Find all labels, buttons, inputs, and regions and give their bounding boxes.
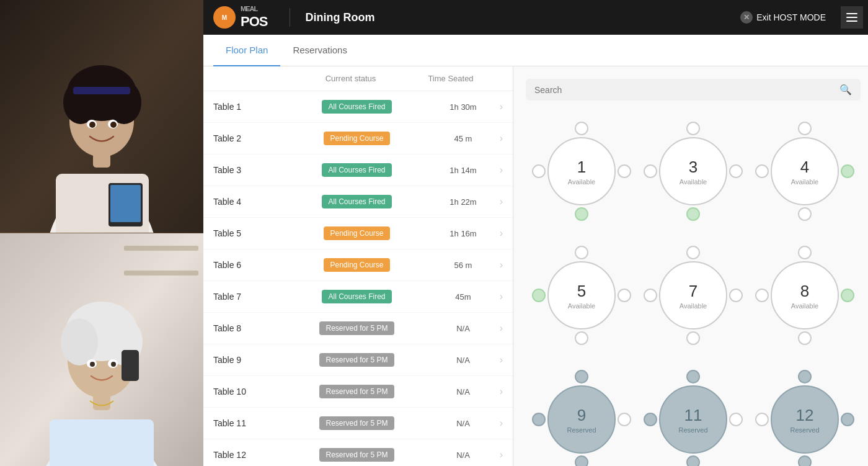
tab-floor-plan[interactable]: Floor Plan <box>213 35 280 66</box>
exit-icon: ✕ <box>740 11 753 24</box>
svg-point-26 <box>61 318 98 365</box>
seat-seat-left-3 <box>644 164 657 178</box>
seat-seat-right-9 <box>618 413 631 426</box>
seat-seat-right-5 <box>618 289 631 302</box>
time-col-2: 1h 14m <box>438 166 488 175</box>
table-row[interactable]: Table 3 All Courses Fired 1h 14m › <box>203 155 513 186</box>
table-name-0: Table 1 <box>213 102 275 112</box>
table-row[interactable]: Table 12 Reserved for 5 PM N/A › <box>203 439 513 466</box>
chevron-icon-4: › <box>488 228 503 239</box>
badge-4: Pending Course <box>324 226 389 240</box>
logo-text: MEAL POS <box>241 6 267 30</box>
table-status-12: Reserved <box>790 426 819 434</box>
seat-seat-right-11 <box>729 413 743 426</box>
tabbar: Floor Plan Reservations <box>203 35 868 66</box>
floor-table-3[interactable]: 3 Available <box>644 122 743 221</box>
table-num-11: 11 <box>684 406 702 425</box>
table-status-4: Available <box>791 178 818 186</box>
tables-grid: 1 Available 3 Available 4 Available 5 Av… <box>526 115 861 466</box>
seat-seat-top-9 <box>575 370 588 383</box>
search-input[interactable] <box>534 85 835 95</box>
badge-2: All Courses Fired <box>322 163 391 177</box>
table-rows-container: Table 1 All Courses Fired 1h 30m › Table… <box>203 91 513 466</box>
table-row[interactable]: Table 1 All Courses Fired 1h 30m › <box>203 91 513 123</box>
exit-host-label: Exit HOST MODE <box>756 12 826 22</box>
tab-reservations[interactable]: Reservations <box>280 35 360 66</box>
badge-1: Pending Course <box>324 132 389 145</box>
table-circle-3: 3 Available <box>659 137 727 205</box>
floor-table-5[interactable]: 5 Available <box>532 246 631 345</box>
table-num-5: 5 <box>577 282 586 301</box>
svg-rect-32 <box>122 350 139 381</box>
table-status-1: Available <box>568 178 595 186</box>
menu-button[interactable] <box>841 6 863 29</box>
chevron-icon-9: › <box>488 386 503 397</box>
seat-seat-right-8 <box>841 289 854 302</box>
menu-line-3 <box>846 20 857 22</box>
table-num-1: 1 <box>577 158 586 177</box>
time-col-10: N/A <box>438 419 488 428</box>
time-col-9: N/A <box>438 387 488 397</box>
time-col-8: N/A <box>438 356 488 365</box>
time-col-0: 1h 30m <box>438 102 488 112</box>
table-row[interactable]: Table 5 Pending Course 1h 16m › <box>203 218 513 249</box>
seat-seat-bottom-4 <box>798 207 812 221</box>
search-bar: 🔍 <box>526 79 861 101</box>
status-badge-7: Reserved for 5 PM <box>275 321 438 335</box>
table-row[interactable]: Table 6 Pending Course 56 m › <box>203 249 513 281</box>
status-badge-4: Pending Course <box>275 226 438 240</box>
chevron-icon-8: › <box>488 354 503 365</box>
seat-seat-left-4 <box>755 164 769 178</box>
floor-table-7[interactable]: 7 Available <box>644 246 743 345</box>
table-circle-12: 12 Reserved <box>771 385 839 454</box>
table-num-3: 3 <box>689 158 698 177</box>
table-row[interactable]: Table 4 All Courses Fired 1h 22m › <box>203 186 513 218</box>
time-col-1: 45 m <box>438 134 488 143</box>
seat-seat-right-12 <box>841 413 854 426</box>
seat-seat-top-11 <box>686 370 700 383</box>
header-col-time: Time Seated <box>414 74 488 83</box>
exit-host-button[interactable]: ✕ Exit HOST MODE <box>740 11 826 24</box>
seat-seat-right-3 <box>729 164 743 178</box>
table-row[interactable]: Table 10 Reserved for 5 PM N/A › <box>203 376 513 408</box>
logo-area: M MEAL POS <box>213 6 267 30</box>
menu-line-1 <box>846 13 857 14</box>
table-circle-8: 8 Available <box>771 261 839 329</box>
seat-seat-bottom-12 <box>798 455 812 466</box>
table-row[interactable]: Table 9 Reserved for 5 PM N/A › <box>203 344 513 376</box>
chevron-icon-1: › <box>488 133 503 144</box>
table-list: Current status Time Seated Table 1 All C… <box>203 66 513 466</box>
chevron-icon-6: › <box>488 291 503 302</box>
floor-table-9[interactable]: 9 Reserved <box>532 370 631 466</box>
floor-table-4[interactable]: 4 Available <box>755 122 854 221</box>
seat-seat-top-12 <box>798 370 812 383</box>
photo-panel <box>0 0 203 466</box>
table-row[interactable]: Table 8 Reserved for 5 PM N/A › <box>203 313 513 344</box>
table-name-1: Table 2 <box>213 133 275 143</box>
content-area: Current status Time Seated Table 1 All C… <box>203 66 868 466</box>
table-row[interactable]: Table 11 Reserved for 5 PM N/A › <box>203 408 513 439</box>
time-col-7: N/A <box>438 324 488 333</box>
table-row[interactable]: Table 7 All Courses Fired 45m › <box>203 281 513 313</box>
table-status-5: Available <box>568 302 595 310</box>
svg-point-13 <box>89 122 95 128</box>
badge-5: Pending Course <box>324 258 389 272</box>
topbar: M MEAL POS Dining Room ✕ Exit HOST MODE <box>203 0 868 35</box>
topbar-divider <box>290 8 290 27</box>
seat-seat-left-1 <box>532 164 546 178</box>
status-badge-6: All Courses Fired <box>275 290 438 303</box>
table-name-10: Table 11 <box>213 418 275 428</box>
menu-line-2 <box>846 17 857 18</box>
floor-table-12[interactable]: 12 Reserved <box>755 370 854 466</box>
chevron-icon-3: › <box>488 196 503 207</box>
table-circle-1: 1 Available <box>547 137 616 205</box>
table-name-5: Table 6 <box>213 260 275 270</box>
badge-11: Reserved for 5 PM <box>319 448 394 462</box>
table-circle-7: 7 Available <box>659 261 727 329</box>
seat-seat-bottom-7 <box>686 331 700 345</box>
table-row[interactable]: Table 2 Pending Course 45 m › <box>203 123 513 155</box>
floor-table-1[interactable]: 1 Available <box>532 122 631 221</box>
floor-table-11[interactable]: 11 Reserved <box>644 370 743 466</box>
floor-table-8[interactable]: 8 Available <box>755 246 854 345</box>
table-status-11: Reserved <box>678 426 707 434</box>
